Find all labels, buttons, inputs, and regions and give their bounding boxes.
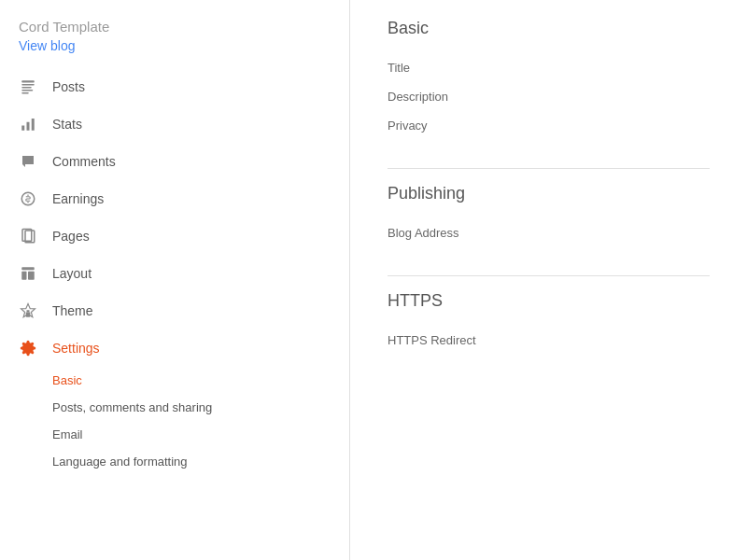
view-blog-link[interactable]: View blog (0, 38, 349, 68)
sub-nav-item-basic[interactable]: Basic (52, 367, 349, 394)
svg-rect-4 (21, 92, 29, 94)
main-content: Basic Title Description Privacy Publishi… (350, 0, 747, 560)
section-item-privacy[interactable]: Privacy (388, 111, 710, 140)
svg-rect-5 (21, 126, 24, 131)
sidebar-item-label-settings: Settings (52, 341, 100, 356)
sidebar-item-label-pages: Pages (52, 229, 90, 244)
sidebar-item-label-theme: Theme (52, 303, 93, 318)
section-publishing: Publishing Blog Address (388, 184, 710, 247)
svg-rect-6 (27, 122, 30, 131)
sidebar-item-earnings[interactable]: Earnings (0, 180, 349, 217)
svg-rect-1 (21, 84, 35, 86)
sidebar-item-stats[interactable]: Stats (0, 105, 349, 143)
sub-nav-item-email[interactable]: Email (52, 421, 349, 448)
theme-icon (19, 301, 37, 320)
svg-rect-0 (21, 80, 35, 82)
pages-icon (19, 227, 37, 245)
sidebar-item-label-layout: Layout (52, 266, 92, 281)
earnings-icon (19, 189, 37, 208)
sidebar: Cord Template View blog Posts (0, 0, 350, 560)
divider-publishing-https (388, 275, 710, 276)
sidebar-item-label-posts: Posts (52, 79, 85, 94)
sidebar-item-pages[interactable]: Pages (0, 217, 349, 255)
divider-basic-publishing (388, 168, 710, 169)
section-https: HTTPS HTTPS Redirect (388, 291, 710, 355)
sub-nav-item-posts-comments[interactable]: Posts, comments and sharing (52, 394, 349, 421)
svg-rect-11 (21, 267, 35, 270)
sidebar-item-label-comments: Comments (52, 154, 116, 169)
section-title-https: HTTPS (388, 291, 710, 311)
sidebar-item-posts[interactable]: Posts (0, 68, 349, 105)
sub-nav-item-language[interactable]: Language and formatting (52, 448, 349, 475)
section-title-publishing: Publishing (388, 184, 710, 203)
svg-rect-2 (21, 87, 32, 89)
svg-rect-14 (26, 313, 31, 317)
section-title-basic: Basic (388, 19, 710, 38)
settings-sub-nav: Basic Posts, comments and sharing Email … (0, 367, 349, 475)
sidebar-item-label-earnings: Earnings (52, 191, 104, 206)
section-item-description[interactable]: Description (388, 82, 710, 111)
svg-rect-12 (21, 272, 26, 280)
section-item-blog-address[interactable]: Blog Address (388, 218, 710, 247)
svg-rect-13 (28, 272, 35, 280)
posts-icon (19, 77, 37, 96)
sidebar-item-label-stats: Stats (52, 117, 82, 132)
section-basic: Basic Title Description Privacy (388, 19, 710, 140)
section-item-https-redirect[interactable]: HTTPS Redirect (388, 326, 710, 355)
svg-rect-7 (32, 119, 35, 131)
svg-rect-3 (21, 90, 33, 91)
settings-icon (19, 339, 37, 357)
section-item-title[interactable]: Title (388, 53, 710, 82)
stats-icon (19, 115, 37, 133)
blog-title: Cord Template (0, 19, 349, 38)
sidebar-item-theme[interactable]: Theme (0, 292, 349, 329)
sidebar-item-comments[interactable]: Comments (0, 143, 349, 180)
svg-rect-15 (27, 310, 30, 312)
comments-icon (19, 152, 37, 171)
sidebar-item-layout[interactable]: Layout (0, 255, 349, 292)
layout-icon (19, 264, 37, 283)
sidebar-item-settings[interactable]: Settings (0, 329, 349, 367)
